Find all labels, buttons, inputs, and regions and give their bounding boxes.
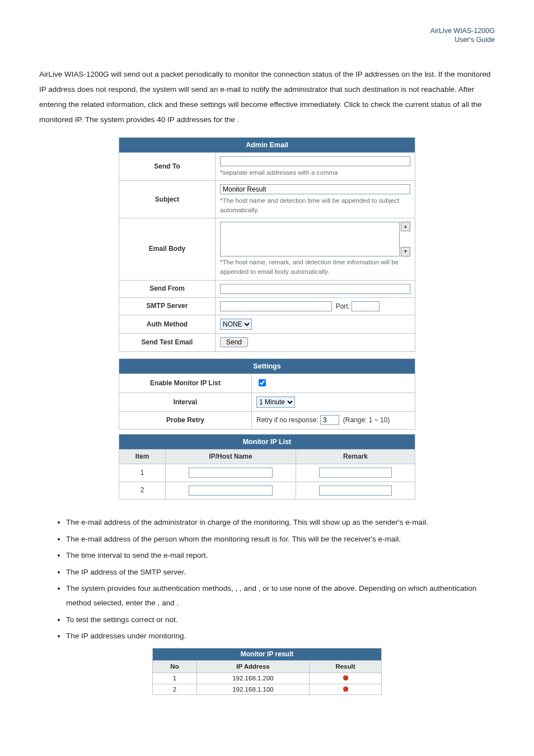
- list-item: The system provides four authentication …: [66, 580, 495, 611]
- result-h-result: Result: [310, 661, 382, 673]
- list-item: The e-mail address of the person whom th…: [66, 531, 495, 548]
- retry-label: Probe Retry: [119, 412, 252, 429]
- admin-email-caption: Admin Email: [119, 138, 415, 153]
- sendto-label: Send To: [119, 153, 216, 181]
- sendto-hint: *separate email addresses with a comma: [220, 168, 410, 178]
- list-item: The IP addresses under monitoring.: [66, 628, 495, 645]
- retry-range: (Range: 1 ~ 10): [343, 416, 390, 424]
- iplist-remark-input[interactable]: [319, 468, 392, 478]
- body-hint: *The host name, remark, and detection ti…: [220, 258, 410, 276]
- settings-table: Settings Enable Monitor IP List Interval…: [119, 358, 415, 430]
- retry-prefix: Retry if no response:: [256, 416, 318, 424]
- subject-input[interactable]: [220, 184, 410, 194]
- result-no: 1: [153, 673, 197, 684]
- body-textarea[interactable]: [220, 222, 400, 256]
- result-h-ip: IP Address: [197, 661, 310, 673]
- status-dot-icon: [343, 687, 348, 692]
- retry-input[interactable]: [320, 415, 339, 425]
- list-item: The IP address of the SMTP server.: [66, 564, 495, 581]
- settings-caption: Settings: [119, 358, 415, 374]
- result-caption: Monitor IP result: [153, 648, 382, 661]
- list-item: To test the settings correct or not.: [66, 612, 495, 628]
- smtp-input[interactable]: [220, 301, 332, 311]
- result-ip: 192.168.1.200: [197, 673, 310, 684]
- scroll-up-icon[interactable]: ▲: [401, 222, 410, 231]
- sendfrom-input[interactable]: [220, 284, 410, 294]
- sendto-input[interactable]: [220, 156, 410, 166]
- auth-select[interactable]: NONE: [220, 319, 252, 330]
- table-row: 1: [119, 464, 415, 482]
- result-h-no: No: [153, 661, 197, 673]
- port-input[interactable]: [352, 301, 380, 311]
- send-test-button[interactable]: Send: [220, 337, 248, 347]
- enable-label: Enable Monitor IP List: [119, 374, 252, 393]
- iplist-item: 1: [119, 464, 166, 482]
- monitor-ip-result-table: Monitor IP result No IP Address Result 1…: [152, 648, 382, 695]
- list-item: The e-mail address of the administrator …: [66, 514, 495, 531]
- iplist-name-input[interactable]: [189, 468, 273, 478]
- status-dot-icon: [343, 675, 348, 680]
- result-ip: 192.168.1.100: [197, 684, 310, 695]
- iplist-name-input[interactable]: [189, 486, 273, 496]
- monitor-ip-list-table: Monitor IP List Item IP/Host Name Remark…: [119, 434, 415, 500]
- iplist-h-item: Item: [119, 449, 166, 464]
- port-label: Port:: [336, 302, 350, 310]
- sendfrom-label: Send From: [119, 280, 216, 297]
- iplist-caption: Monitor IP List: [119, 434, 415, 449]
- interval-label: Interval: [119, 393, 252, 412]
- admin-email-table: Admin Email Send To *separate email addr…: [119, 137, 415, 351]
- iplist-remark-input[interactable]: [319, 486, 392, 496]
- test-label: Send Test Email: [119, 334, 216, 351]
- interval-select[interactable]: 1 Minute: [256, 396, 295, 408]
- table-row: 1 192.168.1.200: [153, 673, 382, 684]
- header-product: AirLive WIAS-1200G: [39, 27, 495, 36]
- intro-paragraph: AirLive WIAS-1200G will send out a packe…: [39, 67, 495, 127]
- list-item: The time interval to send the e-mail rep…: [66, 547, 495, 564]
- result-no: 2: [153, 684, 197, 695]
- subject-hint: *The host name and detection time will b…: [220, 196, 410, 214]
- page-header: AirLive WIAS-1200G User's Guide: [39, 27, 495, 44]
- bullet-list: The e-mail address of the administrator …: [50, 514, 495, 645]
- auth-label: Auth Method: [119, 315, 216, 334]
- iplist-item: 2: [119, 482, 166, 499]
- iplist-h-remark: Remark: [296, 449, 415, 464]
- table-row: 2 192.168.1.100: [153, 684, 382, 695]
- iplist-h-name: IP/Host Name: [166, 449, 296, 464]
- smtp-label: SMTP Server: [119, 297, 216, 315]
- table-row: 2: [119, 482, 415, 499]
- enable-checkbox[interactable]: [259, 379, 266, 386]
- scroll-down-icon[interactable]: ▼: [401, 247, 410, 256]
- body-label: Email Body: [119, 218, 216, 280]
- subject-label: Subject: [119, 181, 216, 218]
- header-doc: User's Guide: [39, 36, 495, 45]
